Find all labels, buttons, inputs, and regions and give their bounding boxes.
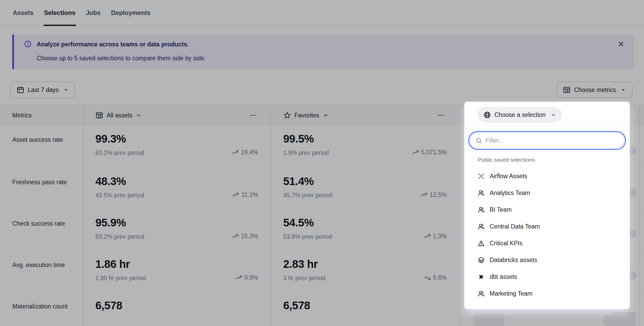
choose-selection-panel: Choose a selection Public saved selectio… [464,102,630,309]
selection-list: Airflow Assets Analytics Team BI Team Ce… [464,168,630,302]
insights-page: Assets Selections Jobs Deployments Analy… [0,0,644,326]
filter-field [470,132,625,149]
choose-selection-label: Choose a selection [494,111,546,118]
list-item-analytics-team[interactable]: Analytics Team [464,184,630,201]
globe-icon [483,111,491,119]
dbt-icon [478,273,485,280]
layers-icon [478,257,485,264]
list-item-label: Analytics Team [490,189,530,197]
list-item-label: Critical KPIs [490,240,522,247]
filter-input[interactable] [486,137,619,144]
list-item-label: Databricks assets [490,257,537,264]
list-item-central-data-team[interactable]: Central Data Team [464,218,630,235]
list-item-critical-kpis[interactable]: Critical KPIs [464,235,630,252]
list-item-label: dbt assets [490,273,517,280]
chevron-down-icon [551,112,556,118]
panel-header: Choose a selection [464,102,630,125]
team-icon [478,290,485,297]
team-icon [478,223,485,230]
group-label: Public saved selections [478,157,535,163]
choose-selection-button[interactable]: Choose a selection [478,107,562,123]
list-item-bi-team[interactable]: BI Team [464,201,630,218]
search-icon [475,137,482,144]
list-item-label: Central Data Team [490,223,540,230]
warning-triangle-icon [478,240,485,247]
list-item-marketing-team[interactable]: Marketing Team [464,285,630,302]
team-icon [478,206,485,213]
list-item-dbt-assets[interactable]: dbt assets [464,268,630,285]
team-icon [478,189,485,197]
airflow-icon [478,173,485,180]
list-item-databricks-assets[interactable]: Databricks assets [464,252,630,268]
list-item-airflow-assets[interactable]: Airflow Assets [464,168,630,184]
list-item-label: Airflow Assets [490,173,527,180]
list-item-label: BI Team [490,206,512,213]
list-item-label: Marketing Team [490,290,532,297]
